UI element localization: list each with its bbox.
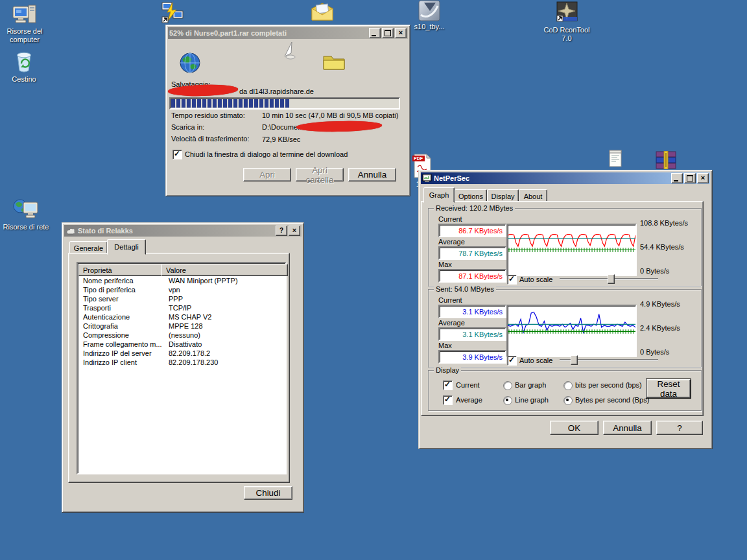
table-row[interactable]: Nome perifericaWAN Miniport (PPTP) (79, 276, 238, 285)
tab-label: Dettagli (114, 243, 138, 251)
table-row[interactable]: Compressione(nessuno) (79, 331, 200, 340)
icon-label: CoD RconTool 7.0 (542, 26, 591, 43)
desktop-icon-my-computer[interactable]: Risorse del computer (1, 4, 48, 44)
sent-group: Sent: 54.0 MBytes Current 3.1 KBytes/s A… (428, 289, 702, 368)
window-title: NetPerSec (434, 174, 669, 182)
minimize-button[interactable] (369, 28, 381, 38)
sent-graph (506, 305, 637, 357)
desktop-icon-dialup-shortcut[interactable] (160, 1, 185, 23)
property-cell: Compressione (79, 331, 166, 339)
maximize-button[interactable] (684, 173, 696, 183)
ok-button[interactable]: OK (550, 421, 599, 435)
close-button[interactable]: × (289, 226, 300, 236)
received-group: Received: 120.2 MBytes Current 86.7 KByt… (428, 208, 702, 286)
window-title: 52% di Nurse0.part1.rar completati (169, 29, 367, 37)
graph-tab-page: Received: 120.2 MBytes Current 86.7 KByt… (421, 201, 704, 416)
sent-scale-slider[interactable] (560, 355, 658, 364)
chiudi-button[interactable]: Chiudi (244, 486, 292, 500)
download-titlebar[interactable]: 52% di Nurse0.part1.rar completati × (168, 27, 408, 39)
icon-label: Risorse di rete (3, 223, 49, 231)
apri-cartella-button[interactable]: Apri cartella (296, 168, 344, 181)
close-button[interactable]: × (697, 173, 709, 183)
help-button[interactable]: ? (276, 226, 287, 236)
dettagli-tab-page: Proprietà Valore Nome perifericaWAN Mini… (68, 253, 290, 483)
slider-thumb[interactable] (608, 274, 615, 284)
svg-text:PDF: PDF (414, 156, 423, 161)
max-label: Max (438, 261, 452, 269)
sent-max-field: 3.9 KBytes/s (438, 350, 506, 364)
table-row[interactable]: CrittografiaMPPE 128 (79, 321, 203, 331)
column-header-property[interactable]: Proprietà (78, 264, 167, 276)
table-row[interactable]: Tipo di perifericavpn (79, 285, 180, 294)
sent-current-field: 3.1 KBytes/s (438, 305, 506, 318)
annulla-button[interactable]: Annulla (348, 168, 396, 181)
my-computer-icon (12, 4, 38, 26)
tab-label: Generale (74, 244, 103, 252)
received-autoscale-checkbox[interactable] (507, 275, 517, 285)
value-cell: 82.209.178.230 (166, 358, 218, 366)
bits-per-second-radio[interactable] (563, 381, 573, 390)
display-average-label: Average (456, 396, 482, 404)
relakks-status-window: Stato di Relakks ? × Generale Dettagli P… (62, 222, 304, 513)
display-group-title: Display (434, 366, 461, 375)
table-row[interactable]: Indirizzo IP del server82.209.178.2 (79, 349, 210, 358)
sent-autoscale-checkbox[interactable] (507, 356, 517, 366)
desktop-icon-mail-folder[interactable] (309, 2, 335, 22)
table-row[interactable]: Indirizzo IP client82.209.178.230 (79, 358, 218, 367)
scale-max-label: 108.8 KBytes/s (640, 219, 688, 228)
average-label: Average (438, 238, 465, 246)
scale-mid-label: 2.4 KBytes/s (640, 324, 680, 332)
bar-graph-radio[interactable] (503, 381, 512, 390)
tab-label: Display (491, 192, 514, 200)
close-button[interactable]: × (395, 28, 407, 38)
desktop-icon-cod-rcontool[interactable]: CoD RconTool 7.0 (542, 1, 591, 43)
property-cell: Tipo server (79, 295, 166, 303)
table-row[interactable]: AutenticazioneMS CHAP V2 (79, 312, 211, 321)
properties-listview: Proprietà Valore Nome perifericaWAN Mini… (77, 262, 287, 474)
property-cell: Crittografia (79, 322, 166, 330)
autoscale-label: Auto scale (519, 356, 552, 365)
received-current-field: 86.7 KBytes/s (438, 224, 506, 237)
help-button[interactable]: ? (656, 421, 703, 435)
folder-icon (322, 52, 346, 71)
window-title: Stato di Relakks (78, 227, 274, 235)
value-cell: MS CHAP V2 (166, 313, 211, 321)
desktop-icon-s10-file[interactable]: s10_tby... (406, 0, 453, 31)
close-on-finish-checkbox[interactable] (172, 150, 182, 159)
slider-thumb[interactable] (571, 355, 578, 365)
bytes-per-second-radio[interactable] (563, 396, 573, 405)
maximize-button[interactable] (382, 28, 394, 38)
table-row[interactable]: Tipo serverPPP (79, 294, 183, 303)
reset-data-button[interactable]: Reset data (646, 379, 691, 398)
desktop-icon-recycle-bin[interactable]: Cestino (1, 49, 47, 84)
received-average-field: 78.7 KBytes/s (438, 246, 506, 260)
table-row[interactable]: TrasportiTCP/IP (79, 303, 191, 312)
apri-button[interactable]: Apri (243, 168, 291, 181)
cod-rcontool-icon (555, 1, 578, 25)
received-scale-slider[interactable] (560, 274, 658, 283)
display-group: Display Current Average Bar graph Line g… (428, 370, 702, 411)
desktop-icon-winrar-file[interactable] (654, 151, 678, 169)
tab-graph[interactable]: Graph (423, 187, 455, 203)
eta-value: 10 min 10 sec (47,0 MB di 90,5 MB copiat… (262, 111, 398, 119)
relakks-titlebar[interactable]: Stato di Relakks ? × (64, 225, 302, 237)
received-group-title: Received: 120.2 MBytes (434, 204, 515, 213)
minimize-button[interactable] (671, 173, 683, 183)
display-average-checkbox[interactable] (443, 395, 453, 405)
netpersec-window: NetPerSec × Graph Options Display About … (418, 170, 713, 449)
desktop-icon-network[interactable]: Risorse di rete (0, 197, 52, 231)
flying-page-icon (283, 41, 297, 60)
line-graph-radio[interactable] (503, 396, 512, 405)
sent-average-field: 3.1 KBytes/s (438, 327, 506, 341)
tab-dettagli[interactable]: Dettagli (107, 239, 146, 255)
annulla-button[interactable]: Annulla (603, 421, 652, 435)
line-graph-label: Line graph (515, 396, 549, 404)
desktop-icon-notepad-file[interactable] (607, 149, 624, 168)
display-current-checkbox[interactable] (443, 380, 453, 390)
netpersec-titlebar[interactable]: NetPerSec × (421, 172, 710, 184)
value-cell: vpn (166, 286, 180, 294)
table-row[interactable]: Frame collegamento m...Disattivato (79, 340, 202, 349)
value-cell: PPP (166, 295, 183, 303)
winrar-archive-icon (655, 151, 677, 169)
column-header-value[interactable]: Valore (161, 264, 288, 276)
